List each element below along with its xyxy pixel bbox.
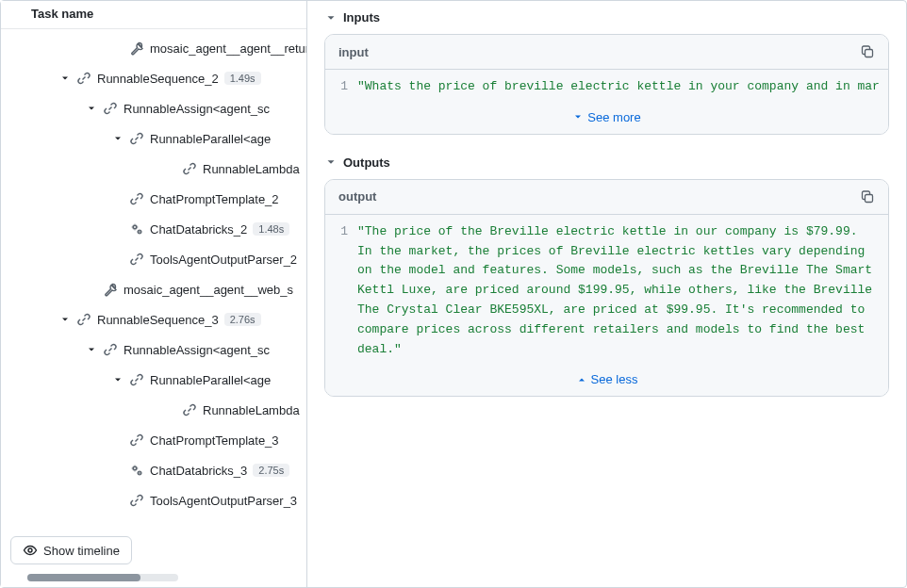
tree-row-label: RunnableSequence_3 [97,313,219,327]
show-timeline-button[interactable]: Show timeline [10,536,132,564]
tree-row[interactable]: mosaic_agent__agent__return_ [1,33,306,63]
detail-pane: Inputs input 1 "Whats the price of brevi… [307,1,906,587]
task-tree-scroll[interactable]: mosaic_agent__agent__return_RunnableSequ… [1,29,306,527]
tree-row-label: RunnableLambda [203,162,300,176]
horizontal-scrollbar-thumb[interactable] [27,574,140,581]
tree-row-label: mosaic_agent__agent__return_ [150,41,306,56]
tree-row[interactable]: RunnableAssign<agent_sc [1,93,306,123]
chevron-down-icon [572,111,584,122]
chain-icon [127,252,146,267]
tree-row[interactable]: ChatPromptTemplate_2 [1,184,306,214]
chevron-down-icon [324,155,338,169]
inputs-section-label: Inputs [343,10,380,24]
output-line-number: 1 [325,215,354,368]
chain-icon [74,312,93,327]
see-more-button[interactable]: See more [325,105,888,134]
output-card: output 1 "The price of the Breville elec… [324,179,889,398]
tree-row[interactable]: ToolsAgentOutputParser_3 [1,485,306,515]
output-code-area: 1 "The price of the Breville electric ke… [325,215,888,368]
gears-icon [127,463,146,478]
tree-row-label: RunnableParallel<age [150,373,271,387]
wrench-icon [127,41,146,56]
show-timeline-label: Show timeline [43,544,120,558]
app-window: Task name mosaic_agent__agent__return_Ru… [0,0,907,588]
eye-icon [23,543,38,558]
chevron-down-icon[interactable] [108,374,127,385]
output-card-title: output [338,189,376,204]
input-card: input 1 "Whats the price of breville ele… [324,34,889,135]
task-tree-pane: Task name mosaic_agent__agent__return_Ru… [1,1,307,587]
gears-icon [127,221,146,237]
task-tree-footer: Show timeline [1,527,306,574]
task-tree: mosaic_agent__agent__return_RunnableSequ… [1,29,306,515]
tree-row-label: RunnableAssign<agent_sc [124,343,270,357]
inputs-section-header[interactable]: Inputs [324,10,889,24]
tree-row-label: RunnableParallel<age [150,132,271,146]
tree-row-label: ChatDatabricks_2 [150,222,247,237]
tree-row[interactable]: RunnableSequence_32.76s [1,304,306,335]
outputs-section-header[interactable]: Outputs [324,155,889,170]
svg-point-3 [139,472,141,475]
chain-icon [127,493,146,508]
chain-icon [127,131,146,146]
svg-point-2 [133,466,136,469]
tree-row-label: mosaic_agent__agent__web_s [124,283,293,297]
duration-badge: 2.76s [224,313,261,326]
main-columns: Task name mosaic_agent__agent__return_Ru… [1,1,906,587]
tree-row[interactable]: ChatDatabricks_32.75s [1,455,306,485]
tree-row-label: ChatPromptTemplate_3 [150,433,279,448]
see-more-label: See more [587,110,640,124]
output-code-content[interactable]: "The price of the Breville electric kett… [354,215,888,368]
tree-row[interactable]: ChatDatabricks_21.48s [1,214,306,244]
chain-icon [101,101,120,116]
tree-row[interactable]: mosaic_agent__agent__web_s [1,274,306,304]
horizontal-scrollbar[interactable] [27,574,178,581]
chain-icon [127,433,146,448]
chevron-down-icon[interactable] [56,314,74,325]
tree-row-label: RunnableSequence_2 [97,72,219,86]
tree-row-label: ToolsAgentOutputParser_2 [150,253,297,267]
chain-icon [180,402,199,417]
tree-row-label: ChatPromptTemplate_2 [150,192,279,206]
tree-row[interactable]: RunnableAssign<agent_sc [1,335,306,365]
tree-row[interactable]: RunnableParallel<age [1,123,306,154]
chevron-up-icon [576,374,587,385]
copy-icon[interactable] [860,44,875,59]
tree-row-label: ToolsAgentOutputParser_3 [150,494,297,508]
chevron-down-icon[interactable] [108,133,127,144]
chevron-down-icon[interactable] [82,344,101,355]
outputs-section-label: Outputs [343,155,390,170]
chain-icon [74,71,93,86]
duration-badge: 1.49s [224,72,261,85]
task-tree-header: Task name [1,1,306,29]
tree-row[interactable]: RunnableLambda [1,154,306,184]
see-less-label: See less [591,372,638,386]
chevron-down-icon [324,11,338,24]
input-code-area: 1 "Whats the price of breville electric … [325,70,888,105]
tree-row[interactable]: RunnableSequence_21.49s [1,63,306,93]
svg-point-4 [28,548,32,552]
tree-row[interactable]: ChatPromptTemplate_3 [1,425,306,455]
svg-rect-5 [866,50,873,57]
input-code-content[interactable]: "Whats the price of breville electric ke… [354,70,888,105]
tree-row[interactable]: ToolsAgentOutputParser_2 [1,244,306,274]
tree-row[interactable]: RunnableLambda [1,395,306,425]
output-card-header: output [325,180,888,215]
chain-icon [127,372,146,387]
copy-icon[interactable] [860,189,875,204]
tree-row-label: ChatDatabricks_3 [150,464,247,478]
input-line-number: 1 [325,70,354,105]
tree-row-label: RunnableLambda [203,403,300,417]
duration-badge: 1.48s [253,222,289,236]
input-card-title: input [338,45,369,59]
input-card-header: input [325,35,888,70]
chain-icon [101,342,120,357]
tree-row[interactable]: RunnableParallel<age [1,365,306,395]
svg-point-0 [133,225,136,228]
chevron-down-icon[interactable] [82,103,101,114]
chevron-down-icon[interactable] [56,73,74,84]
chain-icon [180,161,199,176]
tree-row-label: RunnableAssign<agent_sc [124,102,270,116]
see-less-button[interactable]: See less [325,367,888,396]
chain-icon [127,191,146,206]
